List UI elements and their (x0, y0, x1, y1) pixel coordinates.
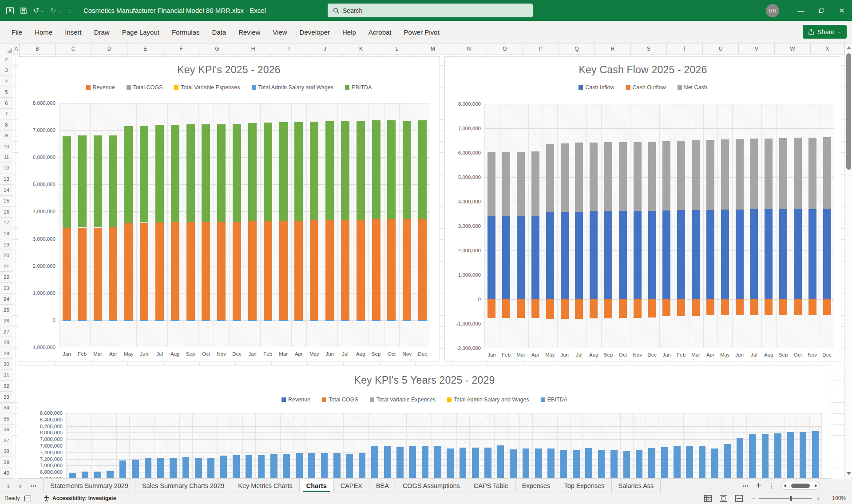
bar-revenue[interactable] (357, 220, 365, 320)
legend-item-revenue[interactable]: Revenue (281, 397, 310, 403)
bar-ebitda[interactable] (686, 446, 693, 479)
bar-net-cash[interactable] (590, 143, 598, 211)
bar-total-admin-salary-and-wages[interactable] (217, 320, 226, 321)
row-header-37[interactable]: 37 (0, 435, 13, 446)
save-icon[interactable] (20, 7, 27, 14)
bar-cash-inflow[interactable] (779, 209, 787, 300)
scroll-right-icon[interactable] (815, 484, 817, 488)
more-sheets-left[interactable]: ••• (31, 483, 37, 488)
column-header-F[interactable]: F (163, 44, 199, 54)
zoom-out-button[interactable]: − (751, 495, 755, 502)
excel-app-icon[interactable]: X (6, 7, 14, 14)
row-header-28[interactable]: 28 (0, 337, 13, 348)
bar-ebitda[interactable] (699, 446, 706, 479)
bar-total-admin-salary-and-wages[interactable] (109, 320, 117, 321)
bar-revenue[interactable] (387, 219, 396, 320)
row-header-27[interactable]: 27 (0, 326, 13, 337)
bar-net-cash[interactable] (779, 138, 787, 209)
ribbon-tab-home[interactable]: Home (28, 25, 59, 40)
undo-button[interactable]: ↺⌄ (33, 6, 44, 15)
ribbon-tab-draw[interactable]: Draw (88, 25, 116, 40)
bar-cash-outflow[interactable] (590, 299, 598, 318)
bar-net-cash[interactable] (487, 152, 495, 216)
column-header-C[interactable]: C (55, 44, 91, 54)
bar-ebitda[interactable] (396, 447, 404, 479)
bar-cash-inflow[interactable] (517, 216, 525, 299)
bar-ebitda[interactable] (170, 458, 177, 479)
bar-revenue[interactable] (294, 221, 303, 320)
scroll-down-icon[interactable] (847, 472, 851, 475)
plot-area[interactable] (484, 104, 834, 348)
bar-ebitda[interactable] (434, 446, 441, 479)
column-header-V[interactable]: V (739, 44, 775, 54)
sheet-tab-cogs-assumptions[interactable]: COGS Assumptions (396, 479, 467, 492)
bar-net-cash[interactable] (648, 142, 656, 211)
bar-total-admin-salary-and-wages[interactable] (341, 320, 349, 321)
bar-net-cash[interactable] (677, 141, 685, 210)
row-header-23[interactable]: 23 (0, 283, 13, 294)
bar-cash-inflow[interactable] (604, 211, 612, 299)
bar-ebitda[interactable] (585, 448, 592, 479)
plot-area[interactable] (66, 413, 822, 479)
bar-cash-inflow[interactable] (721, 210, 729, 299)
bar-revenue[interactable] (155, 222, 164, 320)
bar-revenue[interactable] (140, 223, 148, 320)
bar-cash-inflow[interactable] (575, 212, 583, 299)
row-header-18[interactable]: 18 (0, 228, 13, 239)
bar-net-cash[interactable] (604, 142, 612, 211)
row-header-12[interactable]: 12 (0, 163, 13, 174)
bar-cash-inflow[interactable] (677, 210, 685, 299)
bar-ebitda[interactable] (762, 434, 769, 479)
bar-ebitda[interactable] (372, 120, 380, 219)
bar-revenue[interactable] (94, 228, 102, 320)
bar-total-admin-salary-and-wages[interactable] (310, 320, 318, 321)
prev-sheet-icon[interactable]: ‹ (7, 481, 10, 490)
row-header-19[interactable]: 19 (0, 239, 13, 250)
bar-total-admin-salary-and-wages[interactable] (294, 320, 303, 321)
bar-ebitda[interactable] (294, 122, 303, 221)
row-header-17[interactable]: 17 (0, 218, 13, 229)
bar-cash-inflow[interactable] (794, 209, 802, 299)
bar-ebitda[interactable] (132, 460, 139, 479)
bar-revenue[interactable] (109, 227, 117, 320)
bar-cash-outflow[interactable] (794, 299, 802, 315)
bar-revenue[interactable] (310, 220, 318, 320)
bar-total-admin-salary-and-wages[interactable] (155, 320, 164, 321)
bar-net-cash[interactable] (808, 138, 816, 209)
bar-cash-outflow[interactable] (561, 299, 569, 319)
bar-cash-inflow[interactable] (561, 212, 569, 299)
bar-total-admin-salary-and-wages[interactable] (171, 320, 179, 321)
bar-total-admin-salary-and-wages[interactable] (186, 320, 195, 321)
bar-total-admin-salary-and-wages[interactable] (357, 320, 365, 321)
bar-ebitda[interactable] (220, 456, 227, 479)
plot-area[interactable] (59, 103, 430, 347)
column-header-D[interactable]: D (91, 44, 127, 54)
column-header-E[interactable]: E (127, 44, 163, 54)
bar-cash-inflow[interactable] (590, 211, 598, 299)
row-header-14[interactable]: 14 (0, 185, 13, 196)
bar-ebitda[interactable] (310, 122, 318, 220)
bar-ebitda[interactable] (598, 450, 605, 479)
column-header-Q[interactable]: Q (559, 44, 595, 54)
row-header-32[interactable]: 32 (0, 381, 13, 392)
column-header-W[interactable]: W (775, 44, 811, 54)
bar-total-admin-salary-and-wages[interactable] (248, 320, 257, 321)
bar-cash-outflow[interactable] (692, 299, 700, 316)
bar-cash-inflow[interactable] (823, 209, 831, 299)
bar-ebitda[interactable] (109, 135, 117, 227)
page-layout-view-icon[interactable] (720, 495, 727, 502)
customize-quick-access-icon[interactable]: ⌄ (67, 9, 72, 12)
column-header-S[interactable]: S (631, 44, 667, 54)
bar-ebitda[interactable] (63, 136, 71, 228)
chart-key-kpis-2025-2026[interactable]: Key KPI's 2025 - 2026 RevenueTotal COGST… (18, 56, 440, 361)
bar-net-cash[interactable] (502, 152, 510, 216)
ribbon-tab-review[interactable]: Review (232, 25, 266, 40)
bar-ebitda[interactable] (119, 460, 127, 479)
bar-net-cash[interactable] (823, 137, 831, 209)
column-header-U[interactable]: U (703, 44, 739, 54)
bar-net-cash[interactable] (794, 138, 802, 209)
bar-net-cash[interactable] (619, 142, 627, 211)
close-button[interactable]: ✕ (832, 0, 852, 21)
column-header-L[interactable]: L (379, 44, 415, 54)
bar-ebitda[interactable] (246, 455, 253, 479)
